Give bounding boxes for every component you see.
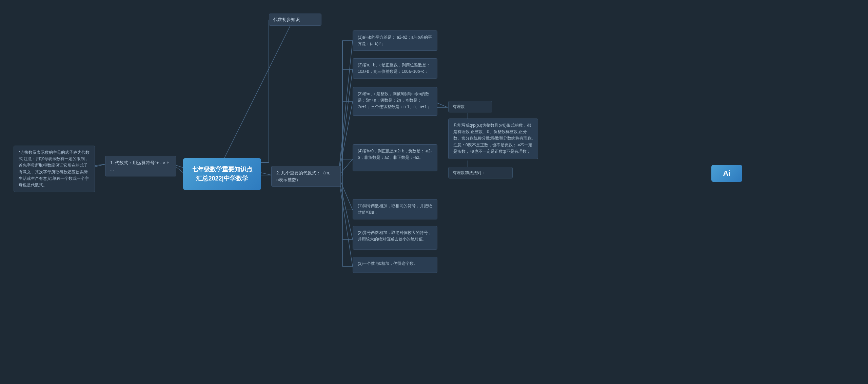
detail1-node: (1)a与b的平方差是： a2-b2；a与b差的平方是：(a-b)2；: [353, 30, 437, 51]
connection-lines: [0, 0, 868, 384]
ai-badge[interactable]: Ai: [711, 165, 742, 182]
add1-text: (1)同号两数相加，取相同的符号，并把绝对值相加；: [358, 204, 432, 215]
add1-node: (1)同号两数相加，取相同的符号，并把绝对值相加；: [353, 199, 437, 219]
svg-line-10: [339, 179, 353, 239]
left-note-text: *连接数及表示数的字母的式子称为代数式 注意：用字母表示数有一定的限制，首先字母…: [19, 150, 90, 187]
detail2-text: (2)若a、b、c是正整数，则两位整数是：10a+b，则三位整数是：100a+1…: [358, 63, 430, 74]
svg-line-11: [339, 181, 353, 266]
svg-line-7: [339, 102, 353, 173]
ai-badge-text: Ai: [723, 169, 731, 178]
node1-text: 1. 代数式：用运算符号"+ - × ÷ ...: [110, 160, 169, 172]
rational-title-node: 有理数: [448, 101, 492, 112]
detail2-node: (2)若a、b、c是正整数，则两位整数是：10a+b，则三位整数是：100a+1…: [353, 58, 437, 79]
detail4-text: (4)若b>0，则正数是:a2+b，负数是：-a2-b，非负数是：a2，非正数是…: [358, 149, 432, 160]
rational-def-node: 凡能写成q/p(p,q为整数且p≠0)形式的数，都是有理数.正整数、0、负整数称…: [448, 119, 538, 159]
node2[interactable]: 2. 几个重要的代数式：（m、n表示整数): [271, 166, 341, 187]
add-law-title-text: 有理数加法法则：: [453, 170, 485, 176]
detail3-node: (3)若m、n是整数，则被5除商m余n的数是：5m+n；偶数是：2n，奇数是：2…: [353, 87, 437, 116]
detail1-text: (1)a与b的平方差是： a2-b2；a与b差的平方是：(a-b)2；: [358, 35, 432, 46]
left-note-node: *连接数及表示数的字母的式子称为代数式 注意：用字母表示数有一定的限制，首先字母…: [14, 146, 95, 192]
svg-line-5: [339, 41, 353, 169]
top-title-text: 代数初步知识: [273, 16, 300, 23]
rational-def-text: 凡能写成q/p(p,q为整数且p≠0)形式的数，都是有理数.正整数、0、负整数称…: [453, 123, 533, 154]
svg-line-9: [339, 178, 353, 210]
detail3-text: (3)若m、n是整数，则被5除商m余n的数是：5m+n；偶数是：2n，奇数是：2…: [358, 91, 431, 109]
add3-text: (3)一个数与0相加，仍得这个数.: [358, 261, 415, 266]
mind-map-container: *连接数及表示数的字母的式子称为代数式 注意：用字母表示数有一定的限制，首先字母…: [0, 0, 868, 384]
svg-line-8: [339, 159, 353, 175]
connection-lines-2: [0, 0, 868, 384]
rational-title-text: 有理数: [453, 104, 465, 110]
add2-node: (2)异号两数相加，取绝对值较大的符号，并用较大的绝对值减去较小的绝对值.: [353, 226, 437, 250]
detail4-node: (4)若b>0，则正数是:a2+b，负数是：-a2-b，非负数是：a2，非正数是…: [353, 144, 437, 171]
svg-line-3: [261, 173, 271, 175]
add-law-title-node: 有理数加法法则：: [448, 167, 513, 178]
node1[interactable]: 1. 代数式：用运算符号"+ - × ÷ ...: [105, 156, 176, 176]
center-node[interactable]: 七年级数学重要知识点汇总2022|中学数学: [183, 158, 261, 190]
top-title-node: 代数初步知识: [269, 14, 321, 26]
svg-line-6: [339, 69, 353, 171]
add2-text: (2)异号两数相加，取绝对值较大的符号，并用较大的绝对值减去较小的绝对值.: [358, 230, 432, 241]
node2-text: 2. 几个重要的代数式：（m、n表示整数): [276, 170, 333, 182]
svg-line-0: [222, 20, 293, 163]
center-title: 七年级数学重要知识点汇总2022|中学数学: [191, 165, 253, 183]
add3-node: (3)一个数与0相加，仍得这个数.: [353, 257, 437, 273]
